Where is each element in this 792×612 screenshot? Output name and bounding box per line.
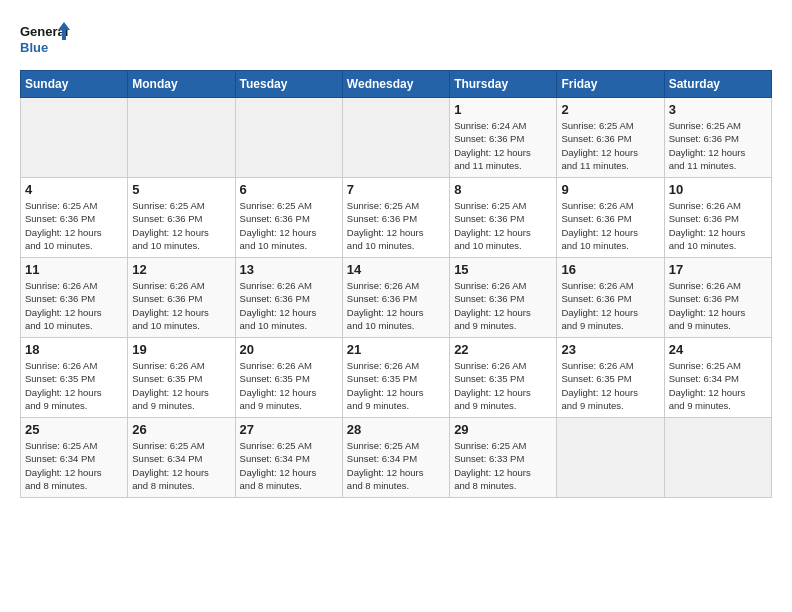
calendar-cell: 4Sunrise: 6:25 AMSunset: 6:36 PMDaylight… [21, 178, 128, 258]
calendar-cell: 5Sunrise: 6:25 AMSunset: 6:36 PMDaylight… [128, 178, 235, 258]
header-friday: Friday [557, 71, 664, 98]
logo-svg: General Blue [20, 20, 70, 60]
day-info: Sunrise: 6:26 AMSunset: 6:35 PMDaylight:… [240, 359, 338, 412]
day-number: 7 [347, 182, 445, 197]
day-number: 26 [132, 422, 230, 437]
day-info: Sunrise: 6:25 AMSunset: 6:34 PMDaylight:… [240, 439, 338, 492]
day-info: Sunrise: 6:25 AMSunset: 6:36 PMDaylight:… [347, 199, 445, 252]
week-row-1: 1Sunrise: 6:24 AMSunset: 6:36 PMDaylight… [21, 98, 772, 178]
day-number: 29 [454, 422, 552, 437]
day-number: 20 [240, 342, 338, 357]
svg-text:Blue: Blue [20, 40, 48, 55]
day-info: Sunrise: 6:25 AMSunset: 6:33 PMDaylight:… [454, 439, 552, 492]
header-wednesday: Wednesday [342, 71, 449, 98]
day-number: 22 [454, 342, 552, 357]
calendar-cell: 3Sunrise: 6:25 AMSunset: 6:36 PMDaylight… [664, 98, 771, 178]
calendar-cell [557, 418, 664, 498]
calendar-cell: 26Sunrise: 6:25 AMSunset: 6:34 PMDayligh… [128, 418, 235, 498]
calendar-cell: 14Sunrise: 6:26 AMSunset: 6:36 PMDayligh… [342, 258, 449, 338]
header-tuesday: Tuesday [235, 71, 342, 98]
day-info: Sunrise: 6:25 AMSunset: 6:34 PMDaylight:… [347, 439, 445, 492]
day-number: 13 [240, 262, 338, 277]
calendar-cell: 6Sunrise: 6:25 AMSunset: 6:36 PMDaylight… [235, 178, 342, 258]
calendar-cell [235, 98, 342, 178]
day-number: 27 [240, 422, 338, 437]
day-number: 28 [347, 422, 445, 437]
calendar-cell: 18Sunrise: 6:26 AMSunset: 6:35 PMDayligh… [21, 338, 128, 418]
calendar-cell: 23Sunrise: 6:26 AMSunset: 6:35 PMDayligh… [557, 338, 664, 418]
calendar-cell [664, 418, 771, 498]
day-number: 3 [669, 102, 767, 117]
calendar-cell [21, 98, 128, 178]
header-row: SundayMondayTuesdayWednesdayThursdayFrid… [21, 71, 772, 98]
day-number: 10 [669, 182, 767, 197]
calendar-cell: 20Sunrise: 6:26 AMSunset: 6:35 PMDayligh… [235, 338, 342, 418]
day-info: Sunrise: 6:26 AMSunset: 6:36 PMDaylight:… [669, 279, 767, 332]
day-info: Sunrise: 6:25 AMSunset: 6:34 PMDaylight:… [25, 439, 123, 492]
calendar-cell: 8Sunrise: 6:25 AMSunset: 6:36 PMDaylight… [450, 178, 557, 258]
day-number: 5 [132, 182, 230, 197]
header-sunday: Sunday [21, 71, 128, 98]
week-row-5: 25Sunrise: 6:25 AMSunset: 6:34 PMDayligh… [21, 418, 772, 498]
calendar-cell: 22Sunrise: 6:26 AMSunset: 6:35 PMDayligh… [450, 338, 557, 418]
calendar-cell: 25Sunrise: 6:25 AMSunset: 6:34 PMDayligh… [21, 418, 128, 498]
day-info: Sunrise: 6:26 AMSunset: 6:36 PMDaylight:… [669, 199, 767, 252]
day-number: 19 [132, 342, 230, 357]
day-info: Sunrise: 6:26 AMSunset: 6:36 PMDaylight:… [561, 199, 659, 252]
day-info: Sunrise: 6:25 AMSunset: 6:36 PMDaylight:… [454, 199, 552, 252]
day-number: 24 [669, 342, 767, 357]
day-info: Sunrise: 6:26 AMSunset: 6:36 PMDaylight:… [561, 279, 659, 332]
calendar-cell: 21Sunrise: 6:26 AMSunset: 6:35 PMDayligh… [342, 338, 449, 418]
day-number: 1 [454, 102, 552, 117]
calendar-cell: 9Sunrise: 6:26 AMSunset: 6:36 PMDaylight… [557, 178, 664, 258]
calendar-cell: 2Sunrise: 6:25 AMSunset: 6:36 PMDaylight… [557, 98, 664, 178]
calendar-cell: 12Sunrise: 6:26 AMSunset: 6:36 PMDayligh… [128, 258, 235, 338]
calendar-cell: 15Sunrise: 6:26 AMSunset: 6:36 PMDayligh… [450, 258, 557, 338]
day-info: Sunrise: 6:25 AMSunset: 6:34 PMDaylight:… [132, 439, 230, 492]
header-thursday: Thursday [450, 71, 557, 98]
calendar-cell: 1Sunrise: 6:24 AMSunset: 6:36 PMDaylight… [450, 98, 557, 178]
day-info: Sunrise: 6:26 AMSunset: 6:36 PMDaylight:… [240, 279, 338, 332]
calendar-cell: 11Sunrise: 6:26 AMSunset: 6:36 PMDayligh… [21, 258, 128, 338]
calendar-cell: 13Sunrise: 6:26 AMSunset: 6:36 PMDayligh… [235, 258, 342, 338]
calendar-cell: 29Sunrise: 6:25 AMSunset: 6:33 PMDayligh… [450, 418, 557, 498]
day-info: Sunrise: 6:26 AMSunset: 6:36 PMDaylight:… [132, 279, 230, 332]
calendar-cell [128, 98, 235, 178]
day-info: Sunrise: 6:26 AMSunset: 6:36 PMDaylight:… [454, 279, 552, 332]
day-number: 6 [240, 182, 338, 197]
day-number: 11 [25, 262, 123, 277]
calendar-cell [342, 98, 449, 178]
calendar-cell: 19Sunrise: 6:26 AMSunset: 6:35 PMDayligh… [128, 338, 235, 418]
day-number: 4 [25, 182, 123, 197]
calendar-table: SundayMondayTuesdayWednesdayThursdayFrid… [20, 70, 772, 498]
calendar-cell: 24Sunrise: 6:25 AMSunset: 6:34 PMDayligh… [664, 338, 771, 418]
header-monday: Monday [128, 71, 235, 98]
day-info: Sunrise: 6:26 AMSunset: 6:35 PMDaylight:… [132, 359, 230, 412]
day-info: Sunrise: 6:25 AMSunset: 6:36 PMDaylight:… [240, 199, 338, 252]
day-info: Sunrise: 6:26 AMSunset: 6:35 PMDaylight:… [561, 359, 659, 412]
day-number: 25 [25, 422, 123, 437]
calendar-cell: 10Sunrise: 6:26 AMSunset: 6:36 PMDayligh… [664, 178, 771, 258]
day-number: 2 [561, 102, 659, 117]
calendar-cell: 27Sunrise: 6:25 AMSunset: 6:34 PMDayligh… [235, 418, 342, 498]
day-number: 15 [454, 262, 552, 277]
week-row-2: 4Sunrise: 6:25 AMSunset: 6:36 PMDaylight… [21, 178, 772, 258]
day-number: 23 [561, 342, 659, 357]
week-row-4: 18Sunrise: 6:26 AMSunset: 6:35 PMDayligh… [21, 338, 772, 418]
header-saturday: Saturday [664, 71, 771, 98]
day-number: 12 [132, 262, 230, 277]
page-header: General Blue [20, 20, 772, 60]
day-info: Sunrise: 6:26 AMSunset: 6:35 PMDaylight:… [347, 359, 445, 412]
day-info: Sunrise: 6:25 AMSunset: 6:34 PMDaylight:… [669, 359, 767, 412]
day-number: 9 [561, 182, 659, 197]
day-info: Sunrise: 6:25 AMSunset: 6:36 PMDaylight:… [561, 119, 659, 172]
day-info: Sunrise: 6:26 AMSunset: 6:35 PMDaylight:… [454, 359, 552, 412]
day-info: Sunrise: 6:26 AMSunset: 6:36 PMDaylight:… [347, 279, 445, 332]
day-number: 8 [454, 182, 552, 197]
day-info: Sunrise: 6:24 AMSunset: 6:36 PMDaylight:… [454, 119, 552, 172]
calendar-cell: 16Sunrise: 6:26 AMSunset: 6:36 PMDayligh… [557, 258, 664, 338]
calendar-cell: 17Sunrise: 6:26 AMSunset: 6:36 PMDayligh… [664, 258, 771, 338]
calendar-cell: 28Sunrise: 6:25 AMSunset: 6:34 PMDayligh… [342, 418, 449, 498]
day-number: 16 [561, 262, 659, 277]
day-number: 21 [347, 342, 445, 357]
